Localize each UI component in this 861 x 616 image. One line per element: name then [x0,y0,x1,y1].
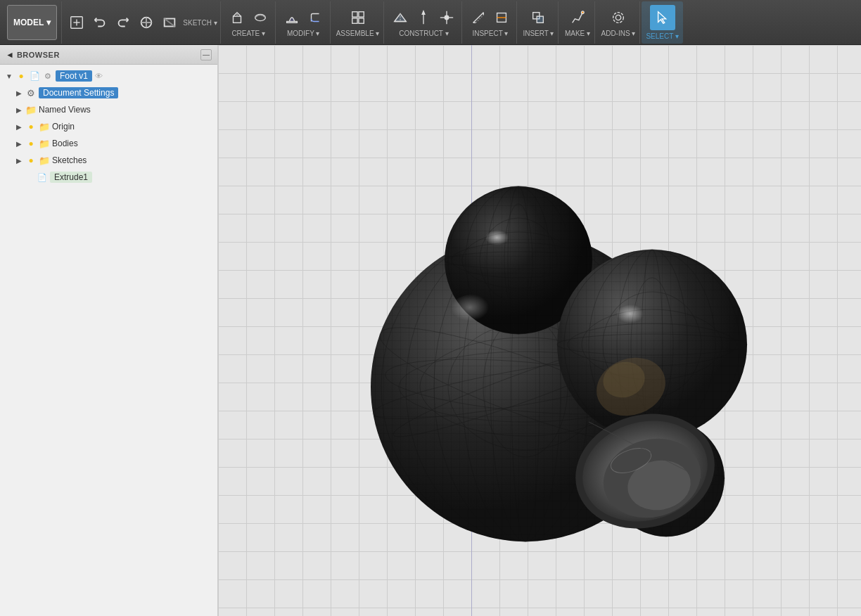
modify-press-icon[interactable] [281,8,302,27]
assemble-label: ASSEMBLE ▾ [336,30,380,37]
tree-arrow-doc-settings: ▶ [14,88,24,98]
tree-item-origin[interactable]: ▶ ● 📁 Origin [0,118,217,135]
make-group: MAKE ▾ [560,1,595,44]
svg-marker-19 [423,11,426,14]
inspect-section-icon[interactable] [491,8,512,27]
eye-icon-sketches[interactable]: ● [25,155,37,166]
eye-icon-bodies[interactable]: ● [25,138,37,149]
viewport[interactable] [218,45,861,616]
inspect-measure-icon[interactable] [468,8,489,27]
origin-label[interactable]: Origin [52,122,75,131]
root-visible-icon[interactable]: 👁 [95,72,103,80]
sketch-line-icon[interactable] [136,13,157,32]
create-extrude-icon[interactable] [227,8,248,27]
construct-axis-icon[interactable] [413,8,434,27]
sketch-group: SKETCH ▾ [63,1,220,44]
svg-rect-15 [358,18,363,23]
tree-arrow-origin: ▶ [14,122,24,131]
assemble-group: ASSEMBLE ▾ [332,1,385,44]
modify-label: MODIFY ▾ [287,30,319,37]
assemble-icon[interactable] [347,8,369,27]
tree-item-bodies[interactable]: ▶ ● 📁 Bodies [0,135,217,152]
redo-icon[interactable] [113,13,134,32]
extrude1-label[interactable]: Extrude1 [50,172,92,183]
svg-line-7 [165,18,175,26]
svg-point-32 [581,11,584,13]
svg-rect-13 [358,11,363,16]
folder-icon-root: 📄 [29,70,40,82]
svg-rect-31 [537,16,544,23]
gear-options-icon[interactable]: ⚙ [42,70,53,82]
browser-title: BROWSER [17,51,60,59]
browser-header-left: ◄ BROWSER [6,50,60,60]
tree-arrow-named-views: ▶ [14,105,24,115]
make-icon[interactable] [567,8,588,27]
tree-arrow-root: ▼ [4,71,14,81]
svg-point-80 [612,304,657,335]
browser-collapse-icon[interactable]: ◄ [6,50,14,60]
svg-rect-11 [286,21,297,23]
svg-point-99 [445,294,508,339]
tree-item-extrude1[interactable]: ▶ 📄 Extrude1 [0,169,217,186]
folder-icon-named-views: 📁 [25,104,37,115]
construct-label: CONSTRUCT ▾ [399,30,448,37]
root-label[interactable]: Foot v1 [56,70,92,82]
model-dropdown-icon: ▾ [46,18,51,27]
model-label: MODEL [13,18,44,27]
svg-rect-8 [233,16,241,23]
insert-icon[interactable] [528,8,549,27]
bodies-label[interactable]: Bodies [52,139,78,148]
folder-icon-bodies: 📁 [39,138,50,149]
model-mode-button[interactable]: MODEL ▾ [7,5,57,40]
tree-item-doc-settings[interactable]: ▶ ⚙ Document Settings [0,84,217,101]
sketch-rect-icon[interactable] [159,13,180,32]
sketch-label: SKETCH ▾ [183,19,217,27]
insert-group: INSERT ▾ [518,1,559,44]
new-sketch-icon[interactable] [66,13,87,32]
insert-label: INSERT ▾ [523,30,554,37]
tree-item-named-views[interactable]: ▶ 📁 Named Views [0,101,217,118]
browser-tree: ▼ ● 📄 ⚙ Foot v1 👁 ▶ ⚙ Document Settings … [0,65,217,188]
modify-group: MODIFY ▾ [277,1,331,44]
create-revolve-icon[interactable] [250,8,271,27]
browser-header: ◄ BROWSER — [0,45,217,65]
tree-item-root[interactable]: ▼ ● 📄 ⚙ Foot v1 👁 [0,68,217,84]
tree-item-sketches[interactable]: ▶ ● 📁 Sketches [0,152,217,169]
eye-icon-root[interactable]: ● [15,70,27,82]
3d-model-canvas[interactable] [307,113,772,548]
named-views-label[interactable]: Named Views [39,105,91,115]
construct-plane-icon[interactable] [390,8,411,27]
doc-settings-label[interactable]: Document Settings [39,87,118,98]
addins-group: ADD-INS ▾ [597,1,640,44]
select-icon[interactable] [650,5,675,30]
gear-icon-doc-settings: ⚙ [25,87,37,98]
svg-rect-12 [352,11,357,16]
doc-icon-extrude1: 📄 [37,172,48,183]
make-label: MAKE ▾ [565,30,590,37]
undo-icon[interactable] [89,13,110,32]
folder-icon-origin: 📁 [39,121,50,132]
construct-group: CONSTRUCT ▾ [385,1,462,44]
modify-fillet-icon[interactable] [305,8,326,27]
addins-icon[interactable] [608,8,629,27]
tree-arrow-bodies: ▶ [14,139,24,148]
create-group: CREATE ▾ [222,1,276,44]
browser-panel: ◄ BROWSER — ▼ ● 📄 ⚙ Foot v1 👁 ▶ ⚙ Docume… [0,45,218,616]
svg-point-33 [616,15,620,20]
folder-icon-sketches: 📁 [39,155,50,166]
3d-model-svg [307,113,772,548]
sketches-label[interactable]: Sketches [52,155,87,165]
construct-point-icon[interactable] [436,8,457,27]
inspect-group: INSPECT ▾ [464,1,517,44]
eye-icon-origin[interactable]: ● [25,121,37,132]
inspect-label: INSPECT ▾ [472,30,508,37]
select-label: SELECT ▾ [646,32,679,40]
toolbar: MODEL ▾ [0,0,861,45]
svg-point-68 [481,230,521,255]
svg-point-20 [445,15,449,20]
svg-point-70 [557,250,747,439]
select-group: SELECT ▾ [642,1,683,44]
svg-rect-14 [352,18,357,23]
browser-minimize-button[interactable]: — [200,49,212,60]
svg-point-34 [613,12,624,23]
